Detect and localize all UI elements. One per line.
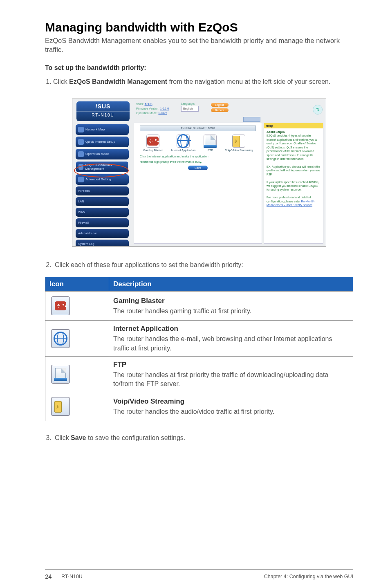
sidebar-item-op-mode[interactable]: Operation Mode bbox=[76, 149, 129, 159]
page-footer: 24 RT-N10U Chapter 4: Configuring via th… bbox=[45, 569, 353, 580]
fw-label: Firmware Version: bbox=[136, 107, 159, 110]
ftp-icon bbox=[55, 368, 66, 380]
row-title: Voip/Video Streaming bbox=[113, 397, 349, 406]
intro-paragraph: EzQoS Bandwidth Management enables you t… bbox=[45, 36, 353, 54]
qos-icon bbox=[78, 164, 83, 170]
step1-bold: EzQoS Bandwidth Management bbox=[69, 78, 167, 85]
sidebar-item-wireless[interactable]: Wireless bbox=[76, 186, 129, 195]
reboot-button[interactable]: Reboot bbox=[211, 108, 229, 112]
row-title: Gaming Blaster bbox=[113, 296, 349, 306]
opmode-value: Router bbox=[158, 112, 167, 114]
sidebar-item-firewall[interactable]: Firewall bbox=[76, 218, 129, 227]
ssid-label: SSID: bbox=[136, 103, 143, 105]
help-text-2: EX. Application you choose will remain t… bbox=[267, 165, 321, 176]
step3-text-after: to save the configuration settings. bbox=[86, 434, 185, 441]
gaming-icon bbox=[147, 137, 159, 146]
cell-icon bbox=[45, 392, 109, 421]
app-label: FTP bbox=[208, 149, 213, 152]
cell-desc: FTP The router handles at first priority… bbox=[109, 356, 353, 392]
app-voip[interactable]: Voip/Video Streaming bbox=[225, 135, 253, 152]
brand-name: /SUS bbox=[76, 101, 130, 110]
app-label: Voip/Video Streaming bbox=[225, 149, 253, 152]
row-desc: The router handles at first priority the… bbox=[113, 371, 328, 387]
top-info-bar: SSID: ASUS Firmware Version: 1.0.1.0 Ope… bbox=[134, 101, 324, 123]
instruction-line-2: remain the high priority even the networ… bbox=[140, 160, 256, 163]
app-label: Gaming Blaster bbox=[143, 149, 163, 152]
th-icon: Icon bbox=[45, 277, 109, 292]
page-title: Managing bandwidth with EzQoS bbox=[45, 20, 353, 34]
row-title: Internet Application bbox=[113, 324, 349, 334]
setup-icon bbox=[78, 139, 84, 145]
step3-bold: Save bbox=[71, 434, 86, 441]
media-icon bbox=[233, 135, 245, 147]
table-row: FTP The router handles at first priority… bbox=[45, 356, 353, 392]
procedure-heading: To set up the bandwidth priority: bbox=[45, 64, 353, 72]
map-icon bbox=[78, 127, 84, 132]
cell-icon bbox=[45, 321, 109, 357]
table-row: Internet Application The router handles … bbox=[45, 321, 353, 357]
cell-desc: Internet Application The router handles … bbox=[109, 321, 353, 357]
row-title: FTP bbox=[113, 360, 349, 370]
footer-model: RT-N10U bbox=[61, 574, 83, 579]
save-button[interactable]: Save bbox=[188, 166, 208, 170]
icon-description-table: Icon Description Gaming Blaster The rout… bbox=[45, 277, 353, 421]
model-name: RT-N10U bbox=[76, 111, 130, 117]
step3-text-before: Click bbox=[55, 434, 71, 441]
step1-text-after: from the navigation menu at the left sid… bbox=[167, 78, 330, 85]
sidebar-label: EzQoS Bandwidth Management bbox=[85, 163, 126, 171]
cell-icon bbox=[45, 292, 109, 321]
help-text-1: EZQoS provides 4 types of popular Intern… bbox=[267, 134, 317, 160]
sidebar-item-lan[interactable]: LAN bbox=[76, 197, 129, 206]
media-icon bbox=[54, 400, 67, 413]
fw-value: 1.0.1.0 bbox=[160, 107, 169, 110]
ftp-icon bbox=[205, 135, 215, 147]
cell-desc: Voip/Video Streaming The router handles … bbox=[109, 392, 353, 421]
mode-icon bbox=[78, 151, 84, 157]
main-panel: Available Bandwidth: 100% Gaming Blaster… bbox=[134, 123, 262, 244]
row-desc: The router handles the e-mail, web brows… bbox=[113, 335, 332, 351]
step-2: Click each of these four applications to… bbox=[53, 260, 353, 269]
router-logo: /SUS RT-N10U bbox=[76, 101, 130, 121]
app-gaming[interactable]: Gaming Blaster bbox=[143, 135, 163, 152]
sidebar-label: Operation Mode bbox=[85, 152, 109, 156]
sidebar-item-admin[interactable]: Administration bbox=[76, 229, 129, 238]
sidebar-item-wan[interactable]: WAN bbox=[76, 208, 129, 217]
instruction-line-1: Click the Internet application and make … bbox=[140, 155, 256, 158]
sidebar-label: Quick Internet Setup bbox=[85, 140, 115, 144]
help-panel: Help About EzQoS EZQoS provides 4 types … bbox=[264, 123, 323, 244]
bandwidth-bar: Available Bandwidth: 100% bbox=[140, 126, 256, 131]
sidebar-label: Network Map bbox=[85, 128, 105, 131]
app-internet[interactable]: Internet Application bbox=[171, 135, 196, 152]
sidebar-item-quick-setup[interactable]: Quick Internet Setup bbox=[76, 137, 129, 147]
sidebar-nav: Network Map Quick Internet Setup Operati… bbox=[76, 124, 129, 247]
globe-icon bbox=[177, 134, 189, 148]
help-about-title: About EzQoS bbox=[267, 130, 285, 133]
lang-label: Language: bbox=[181, 102, 199, 105]
logout-button[interactable]: Logout bbox=[211, 103, 229, 107]
row-desc: The router handles the audio/video traff… bbox=[113, 408, 274, 415]
row-desc: The router handles gaming traffic at fir… bbox=[113, 307, 251, 314]
step1-text-before: Click bbox=[53, 78, 69, 85]
help-header: Help bbox=[264, 123, 323, 128]
sidebar-label: Wireless bbox=[78, 189, 90, 193]
sidebar-label: Administration bbox=[78, 231, 98, 235]
app-ftp[interactable]: FTP bbox=[204, 135, 217, 152]
ssid-value: ASUS bbox=[145, 103, 152, 105]
sidebar-item-ezqos[interactable]: EzQoS Bandwidth Management bbox=[76, 161, 129, 173]
step-1: Click EzQoS Bandwidth Management from th… bbox=[53, 77, 353, 86]
help-text-3: If your uplink speed has reached 40MB/s,… bbox=[267, 181, 319, 191]
sidebar-label: Advanced Setting bbox=[85, 177, 111, 181]
sidebar-item-syslog[interactable]: System Log bbox=[76, 240, 129, 247]
sidebar-item-network-map[interactable]: Network Map bbox=[76, 124, 129, 135]
sidebar-label: LAN bbox=[78, 200, 84, 203]
sidebar-label: Firewall bbox=[78, 221, 89, 224]
cell-icon bbox=[45, 356, 109, 392]
table-row: Voip/Video Streaming The router handles … bbox=[45, 392, 353, 421]
language-select[interactable]: English bbox=[181, 106, 199, 112]
th-description: Description bbox=[109, 277, 353, 292]
table-row: Gaming Blaster The router handles gaming… bbox=[45, 292, 353, 321]
sidebar-item-advanced[interactable]: Advanced Setting bbox=[76, 174, 129, 185]
gaming-icon bbox=[55, 301, 66, 310]
sidebar-label: WAN bbox=[78, 210, 85, 214]
globe-icon bbox=[54, 332, 67, 346]
